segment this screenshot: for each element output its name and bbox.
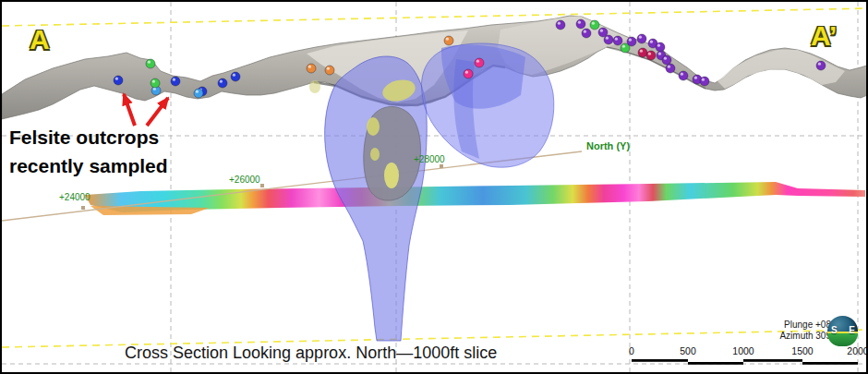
sample-point-highlight (658, 53, 661, 55)
scale-bar-label: 500 (680, 345, 696, 356)
sample-point-highlight (702, 78, 705, 81)
sample-point-purple[interactable] (662, 55, 671, 65)
sample-point-highlight (196, 90, 199, 93)
sample-point-blue[interactable] (231, 72, 240, 81)
sample-point-blue[interactable] (114, 76, 123, 85)
sample-point-highlight (152, 80, 155, 83)
felsite-note: Felsite outcrops recently sampled (9, 123, 168, 180)
sample-point-highlight (818, 63, 821, 66)
sample-point-highlight (681, 73, 683, 76)
sample-point-purple[interactable] (816, 61, 826, 70)
scale-bar-label: 0 (629, 345, 634, 356)
section-scene (2, 2, 868, 374)
cross-section-viewport: A A’ Felsite outcrops recently sampled C… (0, 0, 868, 374)
north-axis-tick (440, 164, 443, 168)
sample-point-highlight (615, 38, 618, 41)
sample-point-purple[interactable] (637, 34, 646, 43)
view-orientation-info: Plunge +08 Azimuth 309 (748, 320, 831, 342)
sample-point-green[interactable] (590, 20, 599, 30)
sample-point-highlight (650, 41, 653, 43)
sample-point-highlight (578, 21, 581, 24)
north-axis-label: North (Y) (586, 140, 630, 151)
scale-bar-label: 1000 (732, 345, 753, 356)
annotation-arrow (147, 98, 168, 126)
sample-point-highlight (446, 38, 449, 41)
sample-point-crimson[interactable] (646, 51, 656, 60)
sample-point-purple[interactable] (613, 36, 622, 45)
sample-point-lightblue[interactable] (194, 89, 203, 98)
sample-point-purple[interactable] (679, 71, 688, 80)
sample-point-green[interactable] (146, 59, 155, 68)
section-label-a: A (30, 26, 50, 54)
sample-point-crimson[interactable] (638, 48, 647, 57)
sample-point-highlight (584, 30, 586, 33)
sample-point-highlight (327, 67, 330, 70)
sample-point-purple[interactable] (604, 35, 613, 44)
sample-point-purple[interactable] (576, 19, 585, 29)
sample-point-purple[interactable] (666, 64, 675, 73)
sample-point-pink[interactable] (475, 58, 484, 67)
felsite-note-line2: recently sampled (9, 151, 168, 180)
sample-point-highlight (115, 78, 118, 80)
alteration-patch (367, 117, 380, 136)
scale-bar-segment (632, 359, 688, 362)
sample-point-purple[interactable] (556, 20, 565, 30)
sample-point-orange[interactable] (444, 36, 453, 45)
felsite-right-lobe (422, 43, 554, 167)
orientation-compass-globe[interactable]: S E (827, 316, 858, 346)
sample-point-highlight (606, 37, 609, 40)
sample-point-highlight (558, 22, 561, 25)
section-label-a-prime: A’ (811, 22, 837, 50)
sample-point-highlight (233, 74, 235, 77)
sample-point-highlight (476, 60, 479, 63)
grid-line-yellow (2, 8, 868, 26)
sample-point-highlight (657, 44, 660, 47)
scale-bar-segment (802, 362, 858, 365)
sample-point-highlight (639, 36, 642, 39)
sample-point-highlight (629, 39, 632, 42)
sample-point-green[interactable] (151, 78, 160, 88)
sample-point-orange[interactable] (307, 64, 316, 73)
alteration-patch (309, 80, 320, 93)
scale-bar-segment (688, 362, 743, 365)
sample-point-orange[interactable] (325, 66, 334, 75)
sample-point-highlight (694, 77, 697, 79)
axis-tick-label: +26000 (229, 175, 260, 185)
scale-bar-label: 1500 (791, 345, 813, 356)
sample-point-highlight (648, 53, 651, 55)
sample-point-highlight (600, 30, 603, 32)
sample-point-highlight (173, 78, 175, 81)
axis-tick-label: +24000 (59, 192, 90, 202)
scale-bar-label: 2000 (847, 345, 868, 356)
plunge-value: Plunge +08 (748, 320, 831, 331)
sample-point-purple[interactable] (656, 42, 665, 52)
sample-point-purple[interactable] (582, 29, 591, 38)
sample-point-highlight (664, 57, 667, 60)
scale-bar-segment (743, 359, 802, 362)
sample-point-highlight (668, 66, 670, 68)
sample-point-purple[interactable] (627, 37, 636, 46)
compass-south-label: S (831, 325, 838, 335)
compass-east-label: E (849, 325, 855, 335)
sample-point-highlight (465, 71, 468, 74)
geophysics-slice (85, 182, 865, 215)
axis-tick-label: +28000 (414, 154, 445, 164)
terrain-right-hill-face (717, 50, 845, 89)
sample-point-highlight (640, 50, 643, 53)
sample-point-highlight (308, 66, 311, 68)
alteration-patch (370, 148, 380, 161)
sample-point-pink[interactable] (464, 69, 473, 78)
north-axis-tick (260, 184, 264, 187)
sample-point-highlight (622, 45, 625, 48)
felsite-note-line1: Felsite outcrops (9, 123, 168, 151)
sample-point-highlight (592, 22, 595, 25)
sample-point-purple[interactable] (700, 77, 709, 86)
section-caption: Cross Section Looking approx. North—1000… (125, 344, 494, 363)
sample-point-highlight (220, 80, 223, 83)
azimuth-value: Azimuth 309 (748, 331, 831, 342)
annotation-arrow (124, 94, 135, 126)
alteration-patch (384, 163, 399, 188)
sample-point-blue[interactable] (218, 78, 227, 88)
north-axis-tick (81, 206, 85, 210)
sample-point-blue[interactable] (171, 77, 180, 86)
